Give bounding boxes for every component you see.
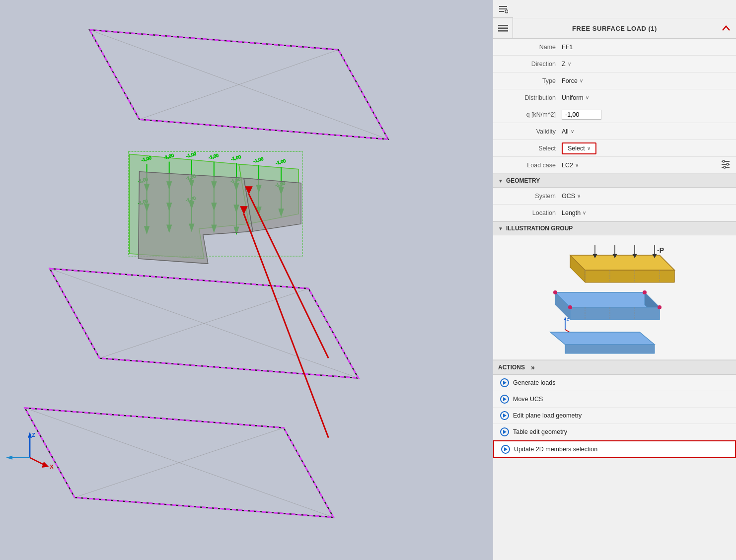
distribution-value: Uniform ∨ [562,94,732,101]
direction-dropdown[interactable]: Z ∨ [562,61,571,68]
validity-dropdown[interactable]: All ∨ [562,128,574,135]
geometry-properties: System GCS ∨ Location Length ∨ [493,188,736,221]
system-value: GCS ∨ [562,193,732,200]
type-row: Type Force ∨ [493,72,736,89]
svg-rect-88 [498,30,508,32]
svg-point-117 [553,290,557,294]
geometry-section-label: GEOMETRY [506,177,540,184]
svg-point-93 [727,163,729,165]
action-edit-plane-icon [500,411,509,420]
direction-value: Z ∨ [562,61,732,68]
svg-text:X: X [50,464,54,470]
distribution-label: Distribution [497,94,562,101]
hamburger-icon[interactable] [493,18,513,38]
svg-rect-86 [498,25,508,26]
3d-viewport[interactable]: -1,00 -1,00 -1,00 -1,00 -1,00 -1,00 -1 [0,0,493,560]
actions-more-icon[interactable]: » [531,363,535,371]
type-text: Force [562,77,578,84]
action-edit-plane-label: Edit plane load geometry [513,412,582,419]
loadcase-text: LC2 [562,162,573,169]
svg-marker-135 [503,430,507,434]
action-table-edit-icon [500,427,509,436]
system-arrow: ∨ [577,193,581,199]
validity-label: Validity [497,128,562,135]
action-table-edit-label: Table edit geometry [513,428,567,435]
svg-marker-131 [565,345,655,353]
illustration-container: -P [493,235,736,360]
select-dropdown[interactable]: Select ∨ [562,142,596,154]
validity-value: All ∨ [562,128,732,135]
action-move-ucs[interactable]: Move UCS [493,391,736,408]
svg-point-120 [658,305,662,309]
distribution-dropdown[interactable]: Uniform ∨ [562,94,589,101]
distribution-row: Distribution Uniform ∨ [493,89,736,106]
action-update-2d-icon [501,445,510,454]
select-row: Select Select ∨ [493,140,736,157]
location-dropdown[interactable]: Length ∨ [562,210,586,216]
name-value: FF1 [562,44,732,51]
direction-arrow: ∨ [568,61,571,67]
illustration-section-label: ILLUSTRATION GROUP [506,225,573,232]
svg-rect-0 [0,0,493,560]
type-arrow: ∨ [580,78,583,83]
action-generate-loads[interactable]: Generate loads [493,375,736,391]
q-input[interactable] [562,110,601,120]
action-generate-loads-icon [500,378,509,387]
svg-marker-113 [555,292,660,307]
svg-point-94 [724,166,726,168]
actions-label: ACTIONS [498,364,525,371]
svg-point-92 [723,160,725,162]
illustration-section-header[interactable]: ▼ ILLUSTRATION GROUP [493,221,736,235]
svg-rect-83 [499,11,504,12]
action-move-ucs-icon [500,395,509,404]
svg-text:Z: Z [567,317,569,322]
system-dropdown[interactable]: GCS ∨ [562,193,581,200]
svg-rect-82 [499,8,507,9]
panel-top-icon-row [493,0,736,18]
action-table-edit[interactable]: Table edit geometry [493,424,736,440]
settings-icon[interactable] [721,160,732,170]
q-value [562,110,732,120]
direction-row: Direction Z ∨ [493,56,736,72]
geometry-triangle-icon: ▼ [498,178,503,184]
location-row: Location Length ∨ [493,205,736,221]
svg-rect-87 [498,28,508,29]
geometry-section-header[interactable]: ▼ GEOMETRY [493,174,736,188]
panel-title: FREE SURFACE LOAD (1) [513,25,716,32]
direction-text: Z [562,61,566,68]
svg-marker-130 [550,332,655,345]
svg-rect-81 [499,6,507,7]
type-dropdown[interactable]: Force ∨ [562,77,583,84]
svg-marker-99 [570,255,674,270]
select-value: Select ∨ [562,142,732,154]
action-update-2d[interactable]: Update 2D members selection [493,440,736,458]
loadcase-dropdown[interactable]: LC2 ∨ [562,162,579,169]
name-label: Name [497,44,562,51]
name-text: FF1 [562,44,573,51]
distribution-text: Uniform [562,94,584,101]
select-label: Select [497,145,562,152]
svg-marker-136 [504,447,508,451]
action-move-ucs-label: Move UCS [513,396,543,403]
svg-marker-133 [503,397,507,401]
svg-marker-60 [244,178,301,231]
q-row: q [kN/m^2] [493,106,736,123]
svg-marker-98 [585,270,674,282]
panel-header: FREE SURFACE LOAD (1) [493,18,736,39]
svg-marker-134 [503,414,507,418]
loadcase-value: LC2 ∨ [562,160,732,170]
collapse-button[interactable] [716,18,736,38]
svg-line-85 [508,12,508,13]
panel-top-icon[interactable] [493,0,513,18]
action-edit-plane[interactable]: Edit plane load geometry [493,408,736,424]
direction-label: Direction [497,61,562,68]
svg-marker-132 [503,381,507,385]
system-label: System [497,193,562,200]
name-row: Name FF1 [493,39,736,56]
illustration-triangle-icon: ▼ [498,226,503,231]
distribution-arrow: ∨ [586,95,589,100]
svg-point-119 [568,305,572,309]
q-label: q [kN/m^2] [497,111,562,118]
loadcase-arrow: ∨ [575,162,579,168]
location-label: Location [497,210,562,216]
